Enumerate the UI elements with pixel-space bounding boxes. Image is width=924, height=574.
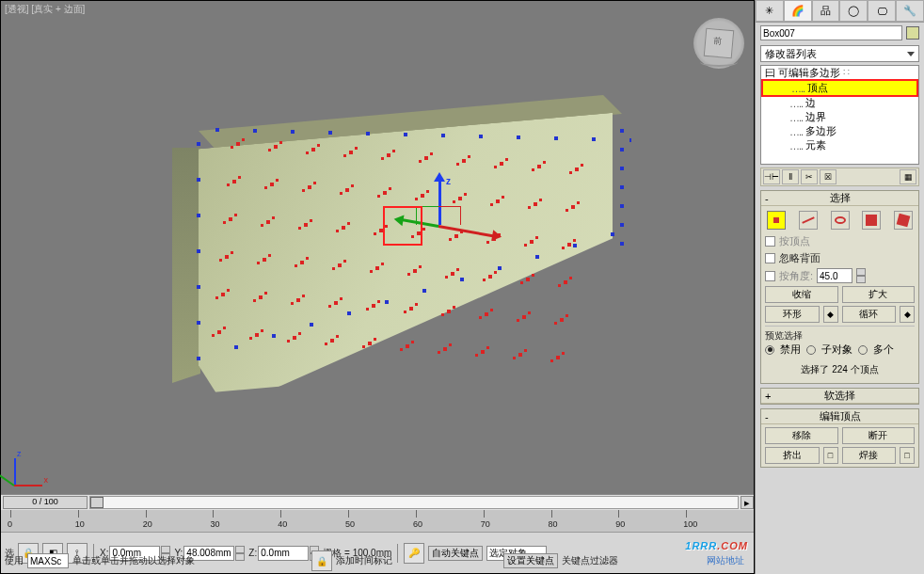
viewcube-face-front[interactable]: [704, 28, 735, 59]
stack-sub-element[interactable]: …..元素: [761, 138, 918, 152]
weld-settings-button[interactable]: □: [900, 447, 915, 464]
extrude-settings-button[interactable]: □: [823, 447, 838, 464]
by-angle-checkbox[interactable]: [765, 271, 775, 281]
ignore-backface-label: 忽略背面: [779, 251, 820, 265]
rollout-soft-header[interactable]: +软选择: [761, 389, 918, 404]
preview-subobj-radio[interactable]: [806, 345, 816, 355]
expand-button[interactable]: 扩大: [842, 286, 916, 303]
preview-label: 预览选择: [765, 329, 915, 343]
svg-rect-217: [620, 242, 624, 246]
svg-rect-116: [532, 274, 534, 277]
preview-off-radio[interactable]: [765, 345, 774, 355]
selection-count: 选择了 224 个顶点: [765, 359, 915, 380]
maxscript-field[interactable]: [27, 553, 69, 568]
svg-rect-213: [620, 204, 624, 208]
annotation-gizmo-highlight: [383, 206, 422, 246]
angle-input[interactable]: [817, 268, 852, 283]
element-icon: [897, 214, 911, 228]
svg-rect-149: [566, 314, 568, 317]
tab-modify[interactable]: 🌈: [784, 0, 812, 22]
tab-utilities[interactable]: 🔧: [896, 0, 924, 22]
subobj-border-button[interactable]: [831, 211, 850, 230]
stack-sub-border[interactable]: …..边界: [761, 110, 918, 124]
modifier-stack[interactable]: 曰可编辑多边形∷ …..顶点 …..边 …..边界 …..多边形 …..元素: [760, 65, 919, 165]
stack-sub-edge[interactable]: …..边: [761, 96, 918, 110]
show-end-result-icon[interactable]: Ⅱ: [782, 169, 799, 184]
gizmo-x-axis[interactable]: [438, 225, 495, 237]
svg-rect-215: [620, 223, 624, 227]
subobj-edge-button[interactable]: [799, 211, 818, 230]
tab-motion[interactable]: ◯: [839, 0, 868, 22]
rollout-editvert-header[interactable]: -编辑顶点: [761, 409, 918, 424]
vertex-icon: [773, 217, 779, 223]
time-scroll-right[interactable]: ▸: [741, 496, 754, 509]
display-icon: 🖵: [877, 6, 887, 17]
chevron-down-icon: [907, 52, 915, 56]
configure-sets-icon[interactable]: ▦: [900, 169, 916, 184]
subobj-vertex-button[interactable]: [767, 211, 786, 230]
ignore-backface-checkbox[interactable]: [765, 253, 775, 263]
modify-icon: 🌈: [791, 5, 805, 17]
svg-rect-166: [400, 348, 403, 351]
subobj-element-button[interactable]: [894, 211, 913, 230]
tab-hierarchy[interactable]: 品: [812, 0, 840, 22]
svg-rect-173: [486, 346, 489, 349]
motion-icon: ◯: [848, 5, 859, 17]
svg-rect-145: [517, 319, 519, 322]
tab-display[interactable]: 🖵: [868, 0, 896, 22]
svg-rect-143: [490, 309, 493, 311]
tab-create[interactable]: ✳: [756, 0, 784, 22]
svg-rect-177: [556, 356, 560, 359]
modifier-list-dropdown[interactable]: 修改器列表: [760, 45, 919, 62]
by-vertex-checkbox[interactable]: [765, 236, 775, 247]
subobj-polygon-button[interactable]: [862, 211, 881, 230]
object-color-swatch[interactable]: [906, 26, 919, 40]
time-scrollbar[interactable]: [89, 496, 739, 509]
angle-spinner[interactable]: [856, 268, 866, 283]
svg-rect-119: [569, 277, 572, 279]
edge-icon: [802, 216, 815, 224]
polygon-icon: [866, 215, 877, 226]
add-time-tag[interactable]: 添加时间标记: [336, 554, 392, 567]
viewport[interactable]: [透视] [真实 + 边面] z: [0, 0, 755, 574]
viewcube[interactable]: [693, 18, 744, 69]
viewcube-compass[interactable]: [700, 57, 738, 67]
key-filters[interactable]: 关键点过滤器: [562, 554, 618, 567]
stack-sub-vertex[interactable]: …..顶点: [763, 81, 916, 95]
set-key-button[interactable]: 设置关键点: [503, 553, 558, 568]
status-bar: 选 🔒 ◧ ⟟ X: Y: Z: 栅格 = 100.0mm 🔑 自动关键点 使用…: [1, 532, 754, 573]
extrude-button[interactable]: 挤出: [765, 447, 820, 464]
stack-root[interactable]: 曰可编辑多边形∷: [761, 66, 918, 80]
rollout-selection: -选择 按顶点 忽略背面 按角度: 收缩 扩大 环形 ◆: [760, 190, 919, 384]
preview-multi-radio[interactable]: [858, 345, 868, 355]
shrink-button[interactable]: 收缩: [765, 286, 838, 303]
lock-selection-icon[interactable]: 🔒: [311, 550, 332, 571]
by-vertex-label: 按顶点: [779, 234, 810, 248]
world-axis-tripod: [3, 451, 50, 498]
modifier-list-label: 修改器列表: [765, 47, 817, 61]
svg-rect-118: [558, 284, 561, 287]
loop-spinner[interactable]: ◆: [900, 306, 915, 323]
remove-button[interactable]: 移除: [765, 427, 838, 444]
time-slider[interactable]: 0 / 100: [3, 496, 88, 509]
svg-rect-179: [562, 352, 565, 355]
break-button[interactable]: 断开: [842, 427, 916, 444]
svg-rect-178: [550, 359, 553, 362]
svg-rect-172: [475, 354, 478, 357]
ring-button[interactable]: 环形: [765, 306, 820, 323]
weld-button[interactable]: 焊接: [842, 447, 897, 464]
ring-spinner[interactable]: ◆: [823, 306, 838, 323]
stack-sub-polygon[interactable]: …..多边形: [761, 124, 918, 138]
object-name-input[interactable]: [760, 25, 902, 40]
gizmo-yz-plane[interactable]: [438, 206, 461, 225]
make-unique-icon[interactable]: ✂: [801, 169, 818, 184]
svg-rect-207: [620, 148, 624, 151]
svg-rect-167: [411, 341, 414, 343]
rollout-selection-header[interactable]: -选择: [761, 191, 918, 206]
loop-button[interactable]: 循环: [842, 306, 897, 323]
svg-rect-117: [564, 280, 567, 284]
remove-modifier-icon[interactable]: ☒: [820, 169, 836, 184]
timeline[interactable]: 0 / 100 ▸ 0102030405060708090100: [1, 494, 754, 532]
command-panel-tabs: ✳ 🌈 品 ◯ 🖵 🔧: [756, 0, 924, 23]
pin-stack-icon[interactable]: ⊣⊢: [763, 169, 780, 184]
